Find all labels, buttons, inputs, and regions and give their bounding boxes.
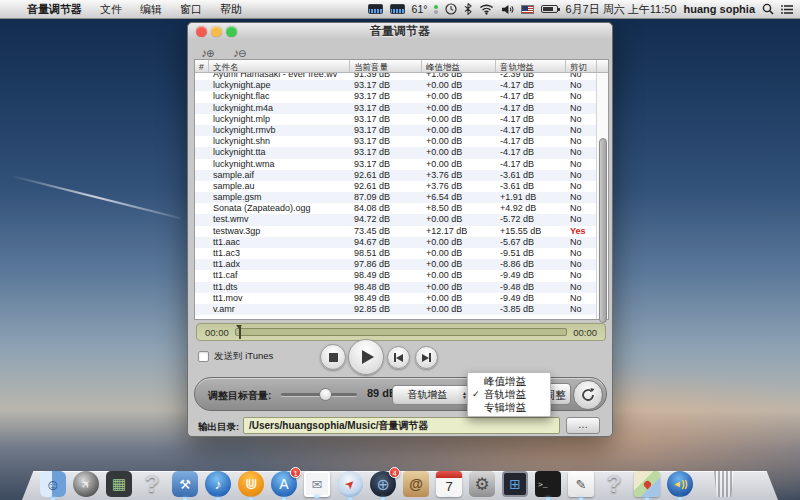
dock-maps[interactable]: [634, 471, 660, 497]
table-row[interactable]: v.amr92.85 dB+0.00 dB-3.85 dBNo: [195, 304, 608, 315]
dock-itunes[interactable]: ♪: [205, 471, 231, 497]
dock-finder[interactable]: ☺: [40, 471, 66, 497]
clock-icon[interactable]: [445, 3, 457, 15]
table-row[interactable]: luckynight.m4a93.17 dB+0.00 dB-4.17 dBNo: [195, 103, 608, 114]
menu-bar-datetime[interactable]: 6月7日 周六 上午11:50: [565, 2, 676, 17]
value-cell: 92.61 dB: [350, 181, 422, 192]
dock-contacts[interactable]: @: [403, 471, 429, 497]
value-cell: -3.61 dB: [496, 170, 566, 181]
column-header-2[interactable]: 当前音量: [350, 60, 422, 72]
temperature-status[interactable]: 61°: [412, 3, 428, 15]
table-body[interactable]: Ayumi Hamasaki - ever free.wv91.39 dB+1.…: [195, 73, 608, 319]
dock-calendar[interactable]: 7: [436, 471, 462, 497]
table-row[interactable]: tt1.dts98.48 dB+0.00 dB-9.48 dBNo: [195, 282, 608, 293]
window-titlebar[interactable]: 音量调节器: [188, 23, 612, 40]
notification-center-icon[interactable]: [781, 4, 794, 15]
dock-windows-vm-app[interactable]: ⊞: [502, 471, 528, 497]
table-row[interactable]: test.wmv94.72 dB+0.00 dB-5.72 dBNo: [195, 214, 608, 225]
dock-safari[interactable]: ➤: [337, 471, 363, 497]
table-row[interactable]: sample.au92.61 dB+3.76 dB-3.61 dBNo: [195, 181, 608, 192]
network-graph-icon[interactable]: [390, 4, 405, 14]
dock-textedit[interactable]: ✎: [568, 471, 594, 497]
dock-app-store[interactable]: A1: [271, 471, 297, 497]
menu-bar-user[interactable]: huang sophia: [684, 3, 756, 15]
refresh-button[interactable]: [573, 380, 603, 410]
table-row[interactable]: tt1.caf98.49 dB+0.00 dB-9.49 dBNo: [195, 270, 608, 281]
status-dots-icon[interactable]: [434, 5, 438, 14]
minimize-button[interactable]: [211, 26, 222, 37]
play-button[interactable]: [348, 339, 384, 375]
browse-button[interactable]: …: [566, 417, 600, 434]
dock-volume-adjuster[interactable]: ◄)): [667, 471, 693, 497]
close-button[interactable]: [196, 26, 207, 37]
dock-missing-app-1[interactable]: ?: [139, 471, 165, 497]
table-row[interactable]: testwav.3gp73.45 dB+12.17 dB+15.55 dBYes: [195, 226, 608, 237]
table-row[interactable]: tt1.ac398.51 dB+0.00 dB-9.51 dBNo: [195, 248, 608, 259]
dock-trash[interactable]: [712, 471, 736, 497]
wifi-icon[interactable]: [479, 3, 494, 15]
slider-knob[interactable]: [319, 388, 332, 401]
table-row[interactable]: Ayumi Hamasaki - ever free.wv91.39 dB+1.…: [195, 73, 608, 80]
progress-track[interactable]: [235, 328, 567, 336]
table-row[interactable]: luckynight.shn93.17 dB+0.00 dB-4.17 dBNo: [195, 136, 608, 147]
column-header-3[interactable]: 峰值增益: [422, 60, 496, 72]
spotlight-search-icon[interactable]: [762, 3, 774, 15]
dock-photos-grid-app[interactable]: ▦: [106, 471, 132, 497]
value-cell: No: [566, 192, 597, 203]
table-row[interactable]: luckynight.tta93.17 dB+0.00 dB-4.17 dBNo: [195, 147, 608, 158]
value-cell: No: [566, 237, 597, 248]
gain-menu-item-1[interactable]: ✓音轨增益: [468, 388, 550, 401]
menu-item-4[interactable]: 帮助: [211, 3, 251, 15]
add-files-button[interactable]: ♪ ⊕: [201, 44, 225, 59]
cpu-graph-icon[interactable]: [368, 4, 383, 14]
dock-xcode[interactable]: ⚒: [172, 471, 198, 497]
volume-icon[interactable]: [501, 4, 514, 15]
dock-system-preferences[interactable]: ⚙: [469, 471, 495, 497]
stop-button[interactable]: [320, 344, 346, 370]
remove-files-button[interactable]: ♪ ⊖: [233, 44, 257, 59]
table-row[interactable]: luckynight.flac93.17 dB+0.00 dB-4.17 dBN…: [195, 91, 608, 102]
menu-item-2[interactable]: 编辑: [131, 3, 171, 15]
table-row[interactable]: luckynight.rmvb93.17 dB+0.00 dB-4.17 dBN…: [195, 125, 608, 136]
table-row[interactable]: Sonata (Zapateado).ogg84.08 dB+8.50 dB+4…: [195, 203, 608, 214]
menu-item-1[interactable]: 文件: [91, 3, 131, 15]
table-row[interactable]: sample.aif92.61 dB+3.76 dB-3.61 dBNo: [195, 170, 608, 181]
gain-mode-popup[interactable]: 音轨增益 ▲▼: [392, 385, 472, 405]
menu-item-0[interactable]: 音量调节器: [18, 3, 91, 15]
dock-missing-app-2[interactable]: ?: [601, 471, 627, 497]
scrollbar-track[interactable]: [596, 73, 608, 319]
table-row[interactable]: luckynight.wma93.17 dB+0.00 dB-4.17 dBNo: [195, 159, 608, 170]
column-header-1[interactable]: 文件名: [209, 60, 350, 72]
scrollbar-thumb[interactable]: [599, 138, 607, 323]
table-row[interactable]: luckynight.mlp93.17 dB+0.00 dB-4.17 dBNo: [195, 114, 608, 125]
table-row[interactable]: sample.gsm87.09 dB+6.54 dB+1.91 dBNo: [195, 192, 608, 203]
dock-launchpad[interactable]: ✈: [73, 471, 99, 497]
battery-icon[interactable]: [541, 5, 558, 13]
dock-globe-app[interactable]: ⊕4: [370, 471, 396, 497]
table-header[interactable]: #文件名当前音量峰值增益音轨增益剪切: [195, 60, 608, 73]
table-row[interactable]: tt1.aac94.67 dB+0.00 dB-5.67 dBNo: [195, 237, 608, 248]
table-row[interactable]: tt1.mov98.49 dB+0.00 dB-9.49 dBNo: [195, 293, 608, 304]
column-header-0[interactable]: #: [195, 60, 209, 72]
gain-menu-item-2[interactable]: 专辑增益: [468, 401, 550, 414]
previous-button[interactable]: [387, 346, 410, 369]
dock-mail[interactable]: ✉: [304, 471, 330, 497]
us-flag-icon[interactable]: [521, 5, 534, 14]
column-header-4[interactable]: 音轨增益: [496, 60, 566, 72]
value-cell: No: [566, 214, 597, 225]
output-dir-field[interactable]: /Users/huangsophia/Music/音量调节器: [243, 417, 560, 434]
dock-terminal[interactable]: >_: [535, 471, 561, 497]
gain-menu-item-0[interactable]: 峰值增益: [468, 375, 550, 388]
bluetooth-icon[interactable]: [464, 3, 472, 15]
zoom-button[interactable]: [226, 26, 237, 37]
playhead-marker[interactable]: [239, 326, 241, 339]
value-cell: +0.00 dB: [422, 304, 496, 315]
target-volume-slider[interactable]: [281, 393, 357, 396]
send-to-itunes-checkbox[interactable]: [198, 351, 209, 362]
table-row[interactable]: luckynight.ape93.17 dB+0.00 dB-4.17 dBNo: [195, 80, 608, 91]
column-header-5[interactable]: 剪切: [566, 60, 597, 72]
next-button[interactable]: [415, 346, 438, 369]
dock-ibooks[interactable]: ⋓: [238, 471, 264, 497]
menu-item-3[interactable]: 窗口: [171, 3, 211, 15]
table-row[interactable]: tt1.adx97.86 dB+0.00 dB-8.86 dBNo: [195, 259, 608, 270]
